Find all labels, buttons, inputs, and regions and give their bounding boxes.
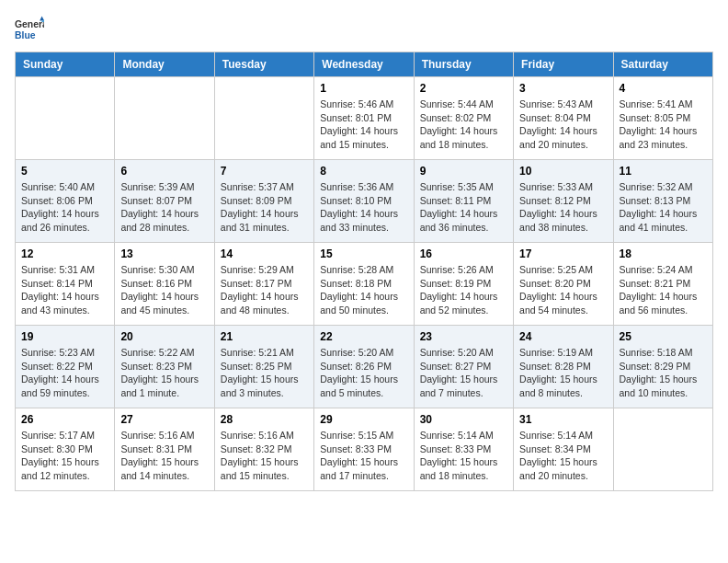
calendar-week-row: 1Sunrise: 5:46 AM Sunset: 8:01 PM Daylig… — [16, 77, 713, 160]
calendar-cell: 30Sunrise: 5:14 AM Sunset: 8:33 PM Dayli… — [414, 408, 513, 491]
day-info: Sunrise: 5:28 AM Sunset: 8:18 PM Dayligh… — [320, 263, 407, 317]
day-info: Sunrise: 5:23 AM Sunset: 8:22 PM Dayligh… — [21, 346, 108, 400]
day-number: 2 — [420, 82, 507, 95]
day-info: Sunrise: 5:22 AM Sunset: 8:23 PM Dayligh… — [120, 346, 208, 400]
day-number: 6 — [120, 165, 208, 178]
logo-icon: General Blue — [15, 15, 44, 44]
calendar-cell: 8Sunrise: 5:36 AM Sunset: 8:10 PM Daylig… — [314, 160, 414, 243]
calendar-cell: 26Sunrise: 5:17 AM Sunset: 8:30 PM Dayli… — [16, 408, 115, 491]
day-number: 15 — [320, 247, 407, 260]
svg-text:General: General — [15, 19, 44, 29]
calendar-cell: 1Sunrise: 5:46 AM Sunset: 8:01 PM Daylig… — [314, 77, 414, 160]
day-info: Sunrise: 5:46 AM Sunset: 8:01 PM Dayligh… — [320, 98, 407, 152]
day-number: 20 — [120, 330, 208, 343]
page-header: General Blue — [15, 15, 713, 44]
calendar-cell: 21Sunrise: 5:21 AM Sunset: 8:25 PM Dayli… — [214, 326, 313, 408]
column-header-friday: Friday — [514, 52, 613, 77]
day-info: Sunrise: 5:20 AM Sunset: 8:27 PM Dayligh… — [420, 346, 507, 400]
day-number: 25 — [620, 330, 707, 343]
day-info: Sunrise: 5:15 AM Sunset: 8:33 PM Dayligh… — [320, 429, 407, 483]
day-info: Sunrise: 5:32 AM Sunset: 8:13 PM Dayligh… — [620, 180, 707, 235]
day-number: 19 — [21, 330, 108, 343]
calendar-cell: 9Sunrise: 5:35 AM Sunset: 8:11 PM Daylig… — [414, 160, 513, 243]
column-header-saturday: Saturday — [613, 52, 712, 77]
calendar-cell: 6Sunrise: 5:39 AM Sunset: 8:07 PM Daylig… — [115, 160, 214, 243]
calendar-cell: 28Sunrise: 5:16 AM Sunset: 8:32 PM Dayli… — [214, 408, 313, 491]
day-info: Sunrise: 5:43 AM Sunset: 8:04 PM Dayligh… — [519, 98, 607, 152]
day-number: 5 — [21, 165, 108, 178]
day-info: Sunrise: 5:17 AM Sunset: 8:30 PM Dayligh… — [21, 429, 108, 483]
day-info: Sunrise: 5:20 AM Sunset: 8:26 PM Dayligh… — [320, 346, 407, 400]
column-header-wednesday: Wednesday — [314, 52, 414, 77]
column-header-thursday: Thursday — [414, 52, 513, 77]
day-number: 31 — [519, 413, 607, 426]
calendar-cell: 27Sunrise: 5:16 AM Sunset: 8:31 PM Dayli… — [115, 408, 214, 491]
calendar-cell: 17Sunrise: 5:25 AM Sunset: 8:20 PM Dayli… — [514, 243, 613, 326]
day-number: 16 — [420, 247, 507, 260]
calendar-cell: 3Sunrise: 5:43 AM Sunset: 8:04 PM Daylig… — [514, 77, 613, 160]
calendar-cell: 10Sunrise: 5:33 AM Sunset: 8:12 PM Dayli… — [514, 160, 613, 243]
day-info: Sunrise: 5:35 AM Sunset: 8:11 PM Dayligh… — [420, 180, 507, 235]
calendar-cell: 23Sunrise: 5:20 AM Sunset: 8:27 PM Dayli… — [414, 326, 513, 408]
calendar-cell: 12Sunrise: 5:31 AM Sunset: 8:14 PM Dayli… — [16, 243, 115, 326]
day-info: Sunrise: 5:39 AM Sunset: 8:07 PM Dayligh… — [120, 180, 208, 235]
calendar-cell: 5Sunrise: 5:40 AM Sunset: 8:06 PM Daylig… — [16, 160, 115, 243]
calendar-cell: 2Sunrise: 5:44 AM Sunset: 8:02 PM Daylig… — [414, 77, 513, 160]
column-header-monday: Monday — [115, 52, 214, 77]
day-info: Sunrise: 5:24 AM Sunset: 8:21 PM Dayligh… — [620, 263, 707, 317]
calendar-cell: 4Sunrise: 5:41 AM Sunset: 8:05 PM Daylig… — [613, 77, 712, 160]
day-info: Sunrise: 5:21 AM Sunset: 8:25 PM Dayligh… — [221, 346, 308, 400]
day-info: Sunrise: 5:14 AM Sunset: 8:34 PM Dayligh… — [519, 429, 607, 483]
day-info: Sunrise: 5:41 AM Sunset: 8:05 PM Dayligh… — [620, 98, 707, 152]
day-info: Sunrise: 5:30 AM Sunset: 8:16 PM Dayligh… — [120, 263, 208, 317]
day-number: 9 — [420, 165, 507, 178]
day-number: 27 — [120, 413, 208, 426]
day-number: 26 — [21, 413, 108, 426]
calendar-week-row: 19Sunrise: 5:23 AM Sunset: 8:22 PM Dayli… — [16, 326, 713, 408]
calendar-header-row: SundayMondayTuesdayWednesdayThursdayFrid… — [16, 52, 713, 77]
calendar-week-row: 12Sunrise: 5:31 AM Sunset: 8:14 PM Dayli… — [16, 243, 713, 326]
day-info: Sunrise: 5:29 AM Sunset: 8:17 PM Dayligh… — [221, 263, 308, 317]
day-number: 28 — [221, 413, 308, 426]
day-number: 21 — [221, 330, 308, 343]
day-number: 18 — [620, 247, 707, 260]
day-number: 29 — [320, 413, 407, 426]
column-header-tuesday: Tuesday — [214, 52, 313, 77]
calendar-cell — [613, 408, 712, 491]
calendar-cell — [214, 77, 313, 160]
day-number: 11 — [620, 165, 707, 178]
day-info: Sunrise: 5:25 AM Sunset: 8:20 PM Dayligh… — [519, 263, 607, 317]
day-number: 10 — [519, 165, 607, 178]
day-info: Sunrise: 5:18 AM Sunset: 8:29 PM Dayligh… — [620, 346, 707, 400]
calendar-cell: 11Sunrise: 5:32 AM Sunset: 8:13 PM Dayli… — [613, 160, 712, 243]
day-number: 30 — [420, 413, 507, 426]
calendar-cell: 25Sunrise: 5:18 AM Sunset: 8:29 PM Dayli… — [613, 326, 712, 408]
calendar-cell: 14Sunrise: 5:29 AM Sunset: 8:17 PM Dayli… — [214, 243, 313, 326]
calendar-cell: 24Sunrise: 5:19 AM Sunset: 8:28 PM Dayli… — [514, 326, 613, 408]
day-number: 23 — [420, 330, 507, 343]
calendar-cell: 31Sunrise: 5:14 AM Sunset: 8:34 PM Dayli… — [514, 408, 613, 491]
day-info: Sunrise: 5:16 AM Sunset: 8:31 PM Dayligh… — [120, 429, 208, 483]
day-info: Sunrise: 5:33 AM Sunset: 8:12 PM Dayligh… — [519, 180, 607, 235]
day-number: 3 — [519, 82, 607, 95]
day-number: 7 — [221, 165, 308, 178]
day-number: 17 — [519, 247, 607, 260]
day-info: Sunrise: 5:37 AM Sunset: 8:09 PM Dayligh… — [221, 180, 308, 235]
day-info: Sunrise: 5:36 AM Sunset: 8:10 PM Dayligh… — [320, 180, 407, 235]
svg-text:Blue: Blue — [15, 30, 36, 40]
calendar-cell: 20Sunrise: 5:22 AM Sunset: 8:23 PM Dayli… — [115, 326, 214, 408]
calendar-cell: 22Sunrise: 5:20 AM Sunset: 8:26 PM Dayli… — [314, 326, 414, 408]
calendar-table: SundayMondayTuesdayWednesdayThursdayFrid… — [15, 52, 713, 491]
day-number: 13 — [120, 247, 208, 260]
day-info: Sunrise: 5:16 AM Sunset: 8:32 PM Dayligh… — [221, 429, 308, 483]
day-info: Sunrise: 5:44 AM Sunset: 8:02 PM Dayligh… — [420, 98, 507, 152]
calendar-cell — [115, 77, 214, 160]
calendar-week-row: 26Sunrise: 5:17 AM Sunset: 8:30 PM Dayli… — [16, 408, 713, 491]
day-info: Sunrise: 5:31 AM Sunset: 8:14 PM Dayligh… — [21, 263, 108, 317]
calendar-cell: 18Sunrise: 5:24 AM Sunset: 8:21 PM Dayli… — [613, 243, 712, 326]
calendar-cell — [16, 77, 115, 160]
day-number: 4 — [620, 82, 707, 95]
day-info: Sunrise: 5:19 AM Sunset: 8:28 PM Dayligh… — [519, 346, 607, 400]
day-number: 12 — [21, 247, 108, 260]
day-info: Sunrise: 5:14 AM Sunset: 8:33 PM Dayligh… — [420, 429, 507, 483]
